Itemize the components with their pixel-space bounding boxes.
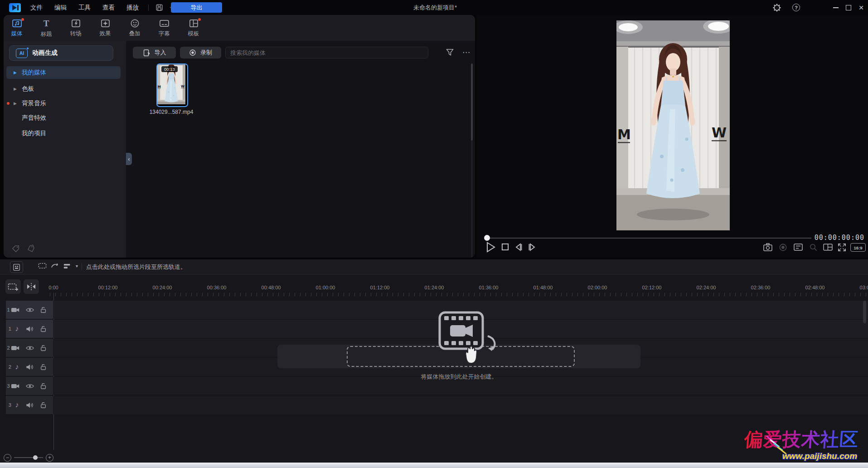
- window-minimize-button[interactable]: [829, 0, 842, 15]
- mute-toggle-icon[interactable]: [26, 364, 34, 370]
- search-input[interactable]: [225, 47, 428, 58]
- menu-edit[interactable]: 编辑: [48, 0, 73, 15]
- lock-toggle-icon[interactable]: [40, 306, 47, 313]
- titlebar: 文件 编辑 工具 查看 播放 ↶ ↷ 导出 未命名的新项目* ? ×: [0, 0, 868, 15]
- video-track-icon: [11, 345, 20, 351]
- ruler-label: 02:12:00: [642, 285, 662, 290]
- ruler-label: 02:00:00: [588, 285, 607, 290]
- menu-file[interactable]: 文件: [24, 0, 48, 15]
- mute-toggle-icon[interactable]: [26, 402, 34, 409]
- play-button[interactable]: [486, 242, 496, 253]
- stop-button[interactable]: [501, 243, 509, 251]
- watermark-text: 偏爱技术社区: [743, 427, 868, 452]
- sidebar-item-my-media[interactable]: ▶ 我的媒体: [6, 66, 121, 79]
- clip-selector-button[interactable]: [10, 261, 23, 273]
- seek-bar[interactable]: [488, 238, 811, 239]
- tag-icon[interactable]: [26, 244, 36, 254]
- track-number: 2: [6, 345, 11, 351]
- help-icon[interactable]: ?: [792, 4, 800, 11]
- track-number: 3: [6, 402, 14, 408]
- expand-arrow-icon: ▶: [14, 101, 18, 106]
- tab-templates[interactable]: 模板: [180, 16, 207, 40]
- zoom-preview-icon[interactable]: [809, 243, 818, 252]
- eye-toggle-icon[interactable]: [26, 307, 34, 313]
- ruler-ticks: [50, 293, 868, 296]
- effects-tab-icon: [100, 19, 111, 28]
- lock-toggle-icon[interactable]: [40, 344, 47, 351]
- caret-down-icon[interactable]: ▾: [76, 263, 78, 268]
- window-maximize-button[interactable]: [842, 0, 855, 15]
- more-options-icon[interactable]: ⋯: [462, 47, 470, 58]
- save-icon[interactable]: [155, 4, 163, 11]
- tracks-icon[interactable]: [63, 263, 72, 269]
- tab-effects[interactable]: 效果: [92, 16, 118, 40]
- sidebar-tag-icons[interactable]: [12, 245, 35, 253]
- previous-frame-button[interactable]: [514, 243, 523, 252]
- menu-play[interactable]: 播放: [121, 0, 145, 15]
- eye-toggle-icon[interactable]: [26, 383, 34, 389]
- record-voiceover-icon[interactable]: [779, 243, 787, 252]
- snap-toggle-button[interactable]: [24, 279, 39, 294]
- next-frame-button[interactable]: [528, 243, 537, 252]
- video-track-icon: [11, 383, 20, 390]
- import-button[interactable]: 导入: [133, 47, 176, 58]
- timeline-scrollbar[interactable]: [863, 301, 866, 323]
- media-clip-thumbnail[interactable]: 00:13: [156, 63, 188, 107]
- lock-toggle-icon[interactable]: [40, 325, 47, 332]
- lock-toggle-icon[interactable]: [40, 382, 47, 390]
- ai-animation-button[interactable]: AI✦ 动画生成: [9, 45, 113, 61]
- templates-tab-icon: [189, 19, 199, 28]
- menu-tools[interactable]: 工具: [73, 0, 97, 15]
- ruler-label: 01:12:00: [370, 285, 390, 290]
- sidebar-item-sound-effects[interactable]: 声音特效: [6, 112, 136, 124]
- zoom-slider-handle[interactable]: [33, 455, 38, 460]
- add-track-button[interactable]: [5, 279, 21, 294]
- ruler-label: 00:12:00: [98, 285, 118, 290]
- titlebar-divider: [148, 5, 149, 11]
- sidebar-collapse-handle[interactable]: ‹: [126, 153, 132, 165]
- aspect-ratio-button[interactable]: 16:9: [850, 243, 866, 252]
- split-screen-icon[interactable]: [823, 243, 833, 251]
- track-row-audio-1[interactable]: 1 ♪: [0, 320, 868, 338]
- media-tab-icon: [12, 19, 22, 28]
- zoom-slider[interactable]: [14, 457, 43, 458]
- track-number: 2: [6, 364, 14, 370]
- sidebar-item-background-music[interactable]: ▶ 背景音乐: [6, 97, 121, 110]
- menu-view[interactable]: 查看: [97, 0, 121, 15]
- tab-titles[interactable]: T 标题: [33, 16, 59, 40]
- fullscreen-icon[interactable]: [838, 243, 846, 252]
- lock-toggle-icon[interactable]: [40, 363, 47, 370]
- lock-toggle-icon[interactable]: [40, 401, 47, 409]
- marker-list-icon[interactable]: [794, 243, 803, 251]
- tab-media[interactable]: 媒体: [4, 16, 30, 40]
- timeline-zoom-control: − +: [0, 453, 53, 463]
- snapshot-camera-icon[interactable]: [763, 243, 772, 251]
- window-close-button[interactable]: ×: [855, 0, 868, 15]
- move-to-track-icon[interactable]: [51, 262, 59, 269]
- zoom-out-button[interactable]: −: [4, 454, 11, 462]
- clip-duration-badge: 00:13: [161, 66, 178, 72]
- track-row-video-1[interactable]: 1: [0, 301, 868, 319]
- tab-captions[interactable]: 字幕: [151, 16, 177, 40]
- zoom-in-button[interactable]: +: [46, 454, 53, 462]
- tab-transitions[interactable]: 转场: [63, 16, 89, 40]
- tag-icon[interactable]: [12, 245, 20, 253]
- settings-gear-icon[interactable]: [773, 4, 781, 12]
- filter-icon[interactable]: [446, 48, 454, 57]
- seek-handle[interactable]: [484, 235, 490, 241]
- timeline-hint-text: 点击此处或拖动所选片段至所选轨道。: [86, 263, 186, 271]
- tab-overlays[interactable]: 叠加: [121, 16, 148, 40]
- sidebar-item-color-board[interactable]: ▶ 色板: [6, 83, 121, 95]
- export-button[interactable]: 导出: [171, 2, 222, 13]
- track-row-audio-3[interactable]: 3 ♪: [0, 396, 868, 414]
- ruler-label: 01:48:00: [533, 285, 553, 290]
- select-region-icon[interactable]: [38, 262, 47, 269]
- ruler-label: 01:36:00: [479, 285, 499, 290]
- eye-toggle-icon[interactable]: [26, 345, 34, 351]
- timeline-toolbar: ▾ 点击此处或拖动所选片段至所选轨道。: [0, 259, 868, 275]
- media-scrollbar[interactable]: [471, 63, 473, 258]
- expand-arrow-icon: ▶: [14, 87, 18, 91]
- record-button[interactable]: 录制: [180, 47, 221, 58]
- mute-toggle-icon[interactable]: [26, 326, 34, 332]
- sidebar-item-my-projects[interactable]: 我的项目: [6, 127, 136, 140]
